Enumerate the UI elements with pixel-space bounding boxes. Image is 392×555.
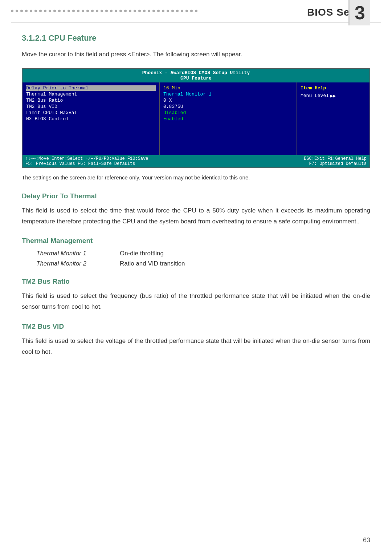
bios-item-limit-cpuid: Limit CPUID MaxVal	[26, 110, 156, 116]
dot	[185, 10, 188, 12]
bios-title: Phoenix – AwardBIOS CMOS Setup Utility	[142, 70, 250, 76]
dot	[171, 10, 174, 12]
dot	[96, 10, 98, 12]
sub-heading-tm2-ratio: TM2 Bus Ratio	[22, 278, 370, 285]
dot	[124, 10, 127, 12]
dot	[91, 10, 94, 12]
dot	[162, 10, 164, 12]
dot	[63, 10, 65, 12]
sub-heading-thermal: Thermal Management	[22, 237, 370, 245]
dot	[110, 10, 113, 12]
dots-line	[11, 10, 197, 12]
section-heading: 3.1.2.1 CPU Feature	[22, 33, 370, 43]
bios-footer-left-2: F5: Previous Values F6: Fail-Safe Defaul…	[25, 161, 148, 166]
dot	[39, 10, 42, 12]
dot	[44, 10, 46, 12]
dot	[77, 10, 79, 12]
dot	[30, 10, 32, 12]
bios-item-delay: Delay Prior to Thermal	[26, 85, 156, 91]
dot	[181, 10, 183, 12]
dot	[20, 10, 23, 12]
intro-text: Move the cursor to this field and press …	[22, 49, 370, 60]
thermal-label-1: Thermal Monitor 1	[36, 250, 109, 257]
dot	[176, 10, 179, 12]
thermal-label-2: Thermal Monitor 2	[36, 260, 109, 267]
bios-footer-right-1: ESC:Exit F1:General Help	[304, 156, 367, 161]
bios-item-nx-bios: NX BIOS Control	[26, 116, 156, 122]
dot	[167, 10, 169, 12]
thermal-value-2: Ratio and VID transition	[120, 260, 185, 267]
dot	[49, 10, 51, 12]
bios-val-vid: 0.8375U	[163, 104, 293, 109]
top-bar: BIOS Setup 3	[0, 0, 370, 22]
dot	[72, 10, 75, 12]
bios-title-bar: Phoenix – AwardBIOS CMOS Setup Utility C…	[23, 69, 369, 82]
thermal-table: Thermal Monitor 1 On-die throttling Ther…	[36, 250, 370, 267]
bios-footer-right-2: F7: Optimized Defaults	[304, 161, 367, 166]
dot	[16, 10, 18, 12]
dot	[101, 10, 103, 12]
menu-level-label: Menu Level	[301, 93, 329, 98]
bios-footer: ↑↓→←:Move Enter:Select +/–/PU/PD:Value F…	[23, 155, 369, 167]
dot	[11, 10, 13, 12]
bios-help-title: Item Help	[301, 85, 366, 91]
dot	[134, 10, 136, 12]
chapter-number: 3	[348, 0, 370, 25]
bios-val-16min: 16 Min	[163, 85, 293, 91]
bios-val-enabled: Enabled	[163, 116, 293, 122]
dot	[53, 10, 56, 12]
bios-right-panel: Item Help Menu Level ▶▶	[297, 82, 369, 155]
bios-item-thermal-mgmt: Thermal Management	[26, 92, 156, 97]
menu-level-arrows: ▶▶	[330, 93, 336, 99]
dot	[34, 10, 37, 12]
sub-heading-tm2-vid: TM2 Bus VID	[22, 323, 370, 331]
bios-screen: Phoenix – AwardBIOS CMOS Setup Utility C…	[22, 68, 370, 168]
thermal-value-1: On-die throttling	[120, 250, 164, 257]
dot	[105, 10, 108, 12]
main-content: 3.1.2.1 CPU Feature Move the cursor to t…	[0, 23, 392, 382]
dot	[68, 10, 70, 12]
dot	[58, 10, 61, 12]
page-number: 63	[363, 536, 370, 544]
ref-note: The settings on the screen are for refer…	[22, 173, 370, 182]
body-para-tm2-ratio: This field is used to select the frequen…	[22, 291, 370, 312]
dot	[119, 10, 122, 12]
bios-footer-left-1: ↑↓→←:Move Enter:Select +/–/PU/PD:Value F…	[25, 156, 148, 161]
dot	[25, 10, 28, 12]
dot	[148, 10, 150, 12]
dot	[115, 10, 117, 12]
dot	[82, 10, 84, 12]
dot	[138, 10, 141, 12]
thermal-row-1: Thermal Monitor 1 On-die throttling	[36, 250, 370, 257]
dot	[143, 10, 146, 12]
bios-val-0x: 0 X	[163, 98, 293, 103]
bios-item-tm2-ratio: TM2 Bus Ratio	[26, 98, 156, 103]
bios-body: Delay Prior to Thermal Thermal Managemen…	[23, 82, 369, 155]
bios-val-thermal-monitor: Thermal Monitor 1	[163, 92, 293, 97]
bios-footer-left: ↑↓→←:Move Enter:Select +/–/PU/PD:Value F…	[25, 156, 148, 166]
body-para-tm2-vid: This field is used to select the voltage…	[22, 336, 370, 357]
dot	[86, 10, 89, 12]
sub-heading-delay: Delay Prior To Thermal	[22, 192, 370, 200]
dot	[157, 10, 160, 12]
bios-val-disabled: Disabled	[163, 110, 293, 116]
dot	[129, 10, 131, 12]
dot	[152, 10, 155, 12]
dot	[190, 10, 193, 12]
bios-middle-panel: 16 Min Thermal Monitor 1 0 X 0.8375U Dis…	[160, 82, 297, 155]
bios-menu-level: Menu Level ▶▶	[301, 93, 366, 99]
thermal-row-2: Thermal Monitor 2 Ratio and VID transiti…	[36, 260, 370, 267]
bios-footer-right: ESC:Exit F1:General Help F7: Optimized D…	[304, 156, 367, 166]
body-para-delay: This field is used to select the time th…	[22, 205, 370, 227]
bios-item-tm2-vid: TM2 Bus VID	[26, 104, 156, 109]
bios-subtitle: CPU Feature	[180, 76, 212, 81]
dot	[195, 10, 197, 12]
bios-left-panel: Delay Prior to Thermal Thermal Managemen…	[23, 82, 160, 155]
